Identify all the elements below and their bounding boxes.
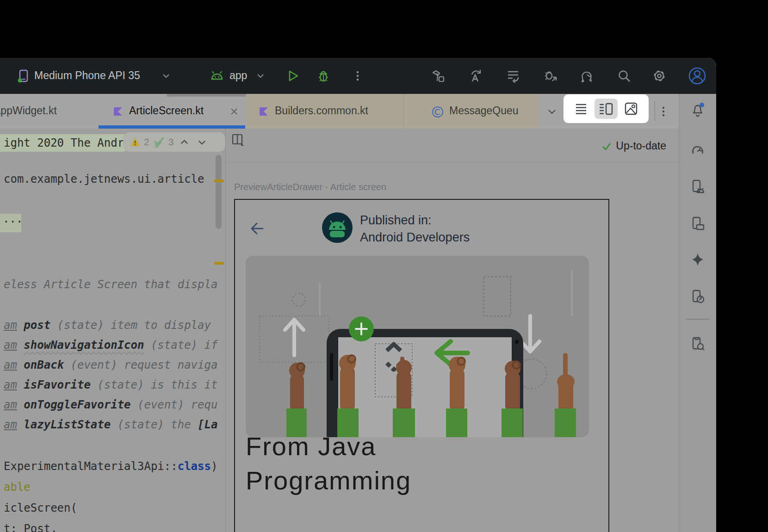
device-phone-icon[interactable] [16,68,31,84]
passed-count: 3 [168,136,174,148]
screen-background-top [0,0,768,58]
code-line: com.example.jetnews.ui.article [4,172,204,186]
preview-header: Up-to-date [226,129,679,163]
chevron-down-icon[interactable] [161,71,171,81]
android-head-icon [209,68,225,84]
check-icon [601,141,612,151]
publisher-name: Android Developers [360,230,470,245]
running-devices-icon[interactable] [689,215,706,232]
ide-window: Medium Phone API 35 app [0,58,716,532]
tab-builders[interactable]: Builders.common.kt [275,105,368,117]
kotlin-file-icon [258,106,269,117]
scrollbar-warning-mark [214,262,224,265]
next-issue-chevron-icon[interactable] [197,137,207,147]
folded-code-region[interactable]: ... [0,214,21,232]
code-line: am post (state) item to display [4,318,211,332]
tab-messagequeue[interactable]: MessageQueu [449,105,519,117]
settings-gear-icon[interactable] [651,68,667,84]
gemini-sparkle-icon[interactable] [689,251,706,268]
run-history-icon[interactable] [505,68,521,84]
design-view-button[interactable] [624,102,638,116]
code-line: eless Article Screen that displa [4,278,217,291]
preview-status: Up-to-date [601,140,666,152]
preview-composable-label[interactable]: PreviewArticleDrawer - Article screen [234,182,386,192]
warning-icon [130,136,141,148]
code-line: am onToggleFavorite (event) requ [4,398,217,412]
build-hammer-icon[interactable] [430,68,446,84]
warning-count: 2 [144,136,149,148]
tab-options-kebab-icon[interactable] [657,105,670,118]
code-line: am showNavigationIcon (state) if [4,338,217,352]
debug-button[interactable] [316,68,331,84]
device-manager-icon[interactable] [689,178,706,195]
code-line: am onBack (event) request naviga [4,358,217,372]
editor-tab-bar: AppWidget.kt ArticleScreen.kt Builders.c… [0,94,679,129]
search-everywhere-icon[interactable] [616,68,632,84]
published-in-label: Published in: [360,213,432,228]
preview-layout-options-icon[interactable] [230,132,245,147]
code-view-button[interactable] [574,102,588,116]
android-developers-avatar [322,212,353,243]
code-line: am lazyListState (state) the [La [4,418,217,432]
passed-checks-icon [153,136,165,148]
sync-translate-icon[interactable] [468,68,484,84]
active-tab-underline [99,125,245,129]
back-arrow-icon[interactable] [249,221,265,236]
gradle-elephant-icon[interactable] [689,141,706,158]
editor-vertical-scrollbar[interactable] [216,155,222,229]
code-line: icleScreen( [4,501,77,515]
gradle-sync-icon[interactable] [578,68,594,84]
run-configuration-selector[interactable]: app [229,69,247,82]
sidebar-divider [686,319,710,320]
inspection-widget[interactable]: 2 3 [123,132,225,152]
main-toolbar: Medium Phone API 35 app [0,58,716,94]
device-selector[interactable]: Medium Phone API 35 [34,69,140,82]
code-line-copyright: ight 2020 The Andr [4,136,124,150]
attach-debugger-icon[interactable] [543,68,559,84]
editor-view-mode-switcher [564,94,649,123]
compose-preview-pane: Up-to-date PreviewArticleDrawer - Articl… [225,129,679,532]
close-tab-icon[interactable] [229,107,239,116]
tab-articlescreen[interactable]: ArticleScreen.kt [129,105,204,117]
article-title-line2: Programming [246,465,411,495]
code-line: able [4,480,31,494]
code-line: ExperimentalMaterial3Api::class) [4,459,217,473]
run-button[interactable] [285,68,301,84]
prev-issue-chevron-icon[interactable] [180,137,189,147]
fold-dots: ... [3,212,23,226]
tab-list-chevron-icon[interactable] [546,106,558,118]
code-line: am isFavorite (state) is this it [4,378,217,392]
code-editor-pane[interactable]: ight 2020 The Andr 2 3 ... com.example.j… [0,129,225,532]
tab-appwidget[interactable]: AppWidget.kt [0,105,57,117]
chevron-down-icon[interactable] [255,71,266,81]
notifications-bell-icon[interactable] [689,101,706,118]
split-view-button-selected[interactable] [595,99,618,119]
java-class-icon [432,106,444,118]
scrollbar-warning-mark [214,179,224,182]
screen-background-right [716,0,768,532]
right-tool-window-bar [679,94,716,532]
kotlin-file-icon [112,106,124,117]
profile-avatar-icon[interactable] [687,66,707,86]
toolbar-divider [654,101,655,121]
android-studio-screenshot: Medium Phone API 35 app [0,0,768,532]
device-mirroring-icon[interactable] [689,288,706,305]
code-line: t: Post, [4,522,57,532]
more-actions-kebab-icon[interactable] [350,68,365,84]
article-title-line1: From Java [246,431,377,461]
layout-inspector-icon[interactable] [689,335,706,352]
article-hero-illustration [246,256,589,437]
preview-status-text: Up-to-date [616,140,666,152]
